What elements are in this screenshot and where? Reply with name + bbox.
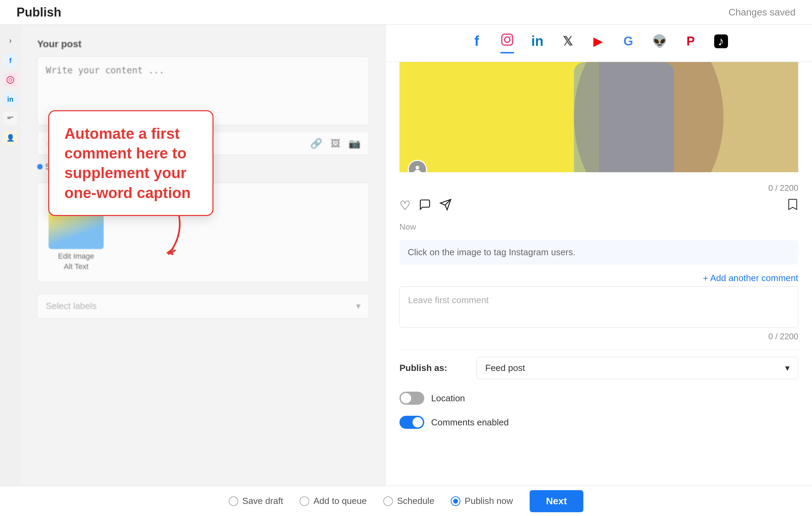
instagram-indicator <box>500 52 514 53</box>
publish-now-radio[interactable] <box>451 496 460 506</box>
reddit-icon: 👽 <box>652 34 667 49</box>
image-labels: Edit Image Alt Text <box>49 252 104 271</box>
chevron-down-icon: ▾ <box>356 301 361 311</box>
location-label: Location <box>431 393 465 404</box>
publish-as-label: Publish as: <box>399 363 468 373</box>
facebook-icon: f <box>475 33 479 49</box>
instagram-icon <box>501 33 514 49</box>
youtube-icon: ▶ <box>593 34 603 49</box>
location-toggle-row: Location <box>399 386 798 410</box>
add-to-queue-option[interactable]: Add to queue <box>300 496 367 506</box>
sidebar-icon-5[interactable]: 👤 <box>3 131 17 145</box>
save-draft-option[interactable]: Save draft <box>229 496 283 506</box>
ig-actions-left: ♡ <box>399 198 452 214</box>
schedule-radio[interactable] <box>383 496 393 506</box>
first-comment-box[interactable]: Leave first comment <box>399 286 798 328</box>
first-comment-placeholder: Leave first comment <box>408 295 489 305</box>
add-to-queue-label: Add to queue <box>313 496 367 506</box>
media-icon[interactable]: 📷 <box>348 138 361 149</box>
bottom-bar: Save draft Add to queue Schedule Publish… <box>0 486 812 516</box>
share-icon[interactable] <box>439 198 452 214</box>
schedule-label: Schedule <box>397 496 434 506</box>
comments-toggle[interactable] <box>399 416 424 429</box>
next-button[interactable]: Next <box>530 490 584 512</box>
svg-rect-8 <box>574 62 674 172</box>
sidebar-icon-3[interactable]: in <box>3 92 17 106</box>
pinterest-icon: P <box>686 34 695 49</box>
twitter-icon: 𝕏 <box>563 34 573 49</box>
sidebar-toggle[interactable]: › <box>6 33 14 48</box>
comment-counter: 0 / 2200 <box>399 330 798 350</box>
svg-rect-2 <box>502 34 513 45</box>
ig-preview-image[interactable] <box>399 62 798 172</box>
tab-instagram[interactable] <box>500 33 514 53</box>
publish-now-label: Publish now <box>465 496 513 506</box>
tooltip-box: Automate a first comment here to supplem… <box>48 110 214 216</box>
tiktok-indicator <box>714 51 728 52</box>
publish-as-select[interactable]: Feed post ▾ <box>477 357 798 379</box>
changes-saved-status: Changes saved <box>728 7 795 18</box>
tab-google[interactable]: G <box>622 34 635 53</box>
preview-image-svg <box>399 62 798 172</box>
tooltip-overlay: Automate a first comment here to supplem… <box>48 110 214 216</box>
comments-toggle-row: Comments enabled <box>399 410 798 434</box>
comment-icon[interactable] <box>419 198 431 214</box>
image-icon[interactable]: 🖼 <box>331 138 340 149</box>
add-comment-row: + Add another comment <box>399 270 798 286</box>
top-bar: Publish Changes saved <box>0 0 812 25</box>
sidebar-icon-2[interactable] <box>3 73 17 87</box>
svg-point-1 <box>9 79 12 81</box>
add-to-queue-radio[interactable] <box>300 496 309 506</box>
svg-point-3 <box>504 37 510 42</box>
schedule-option[interactable]: Schedule <box>383 496 434 506</box>
tab-youtube[interactable]: ▶ <box>591 34 605 53</box>
publish-as-chevron: ▾ <box>785 363 790 373</box>
ig-timestamp: Now <box>399 219 798 235</box>
preview-content: 0 / 2200 ♡ Now Click on the image to tag… <box>386 62 812 448</box>
like-icon[interactable]: ♡ <box>399 198 410 214</box>
tab-facebook[interactable]: f <box>470 33 484 53</box>
publish-now-option[interactable]: Publish now <box>451 496 513 506</box>
youtube-indicator <box>591 51 605 53</box>
select-labels-dropdown[interactable]: Select labels ▾ <box>37 293 369 319</box>
sidebar-icon-4[interactable] <box>3 112 17 125</box>
add-comment-button[interactable]: + Add another comment <box>703 273 798 283</box>
svg-point-4 <box>510 36 511 37</box>
ig-action-row: ♡ <box>399 196 798 219</box>
sidebar-icon-1[interactable]: f <box>3 54 17 68</box>
tab-reddit[interactable]: 👽 <box>652 34 667 53</box>
bookmark-icon[interactable] <box>787 198 798 214</box>
social-tabs: f in 𝕏 <box>386 25 812 62</box>
tab-linkedin[interactable]: in <box>531 33 544 53</box>
location-toggle-knob <box>401 393 411 403</box>
location-toggle[interactable] <box>399 392 424 405</box>
select-labels-placeholder: Select labels <box>46 301 96 311</box>
reddit-indicator <box>653 51 666 53</box>
publish-as-row: Publish as: Feed post ▾ <box>399 350 798 386</box>
save-draft-radio[interactable] <box>229 496 238 506</box>
comments-enabled-label: Comments enabled <box>431 417 509 428</box>
tooltip-text: Automate a first comment here to supplem… <box>64 124 197 203</box>
edit-image-label[interactable]: Edit Image <box>58 252 94 261</box>
save-draft-label: Save draft <box>242 496 283 506</box>
ig-tag-hint: Click on the image to tag Instagram user… <box>399 240 798 265</box>
tiktok-icon: ♪ <box>714 34 728 48</box>
twitter-indicator <box>561 51 575 53</box>
left-panel: Your post ☺ # @ T 🔗 🖼 📷 5000 2200 bl × <box>21 25 386 516</box>
svg-point-0 <box>7 76 14 83</box>
pinterest-indicator <box>684 51 698 53</box>
right-panel: f in 𝕏 <box>386 25 812 516</box>
main-layout: › f in 👤 Your post ☺ # @ T 🔗 🖼 📷 5000 22… <box>0 25 812 516</box>
svg-point-9 <box>416 166 419 169</box>
tab-twitter[interactable]: 𝕏 <box>561 34 575 53</box>
tab-pinterest[interactable]: P <box>684 34 698 53</box>
linkedin-icon: in <box>531 33 544 49</box>
tab-tiktok[interactable]: ♪ <box>714 34 728 52</box>
alt-text-label[interactable]: Alt Text <box>64 262 89 271</box>
link-icon[interactable]: 🔗 <box>310 138 322 149</box>
tooltip-arrow <box>158 216 186 257</box>
facebook-indicator <box>470 52 484 53</box>
left-sidebar: › f in 👤 <box>0 25 21 516</box>
linkedin-indicator <box>531 52 544 53</box>
google-indicator <box>622 51 635 53</box>
